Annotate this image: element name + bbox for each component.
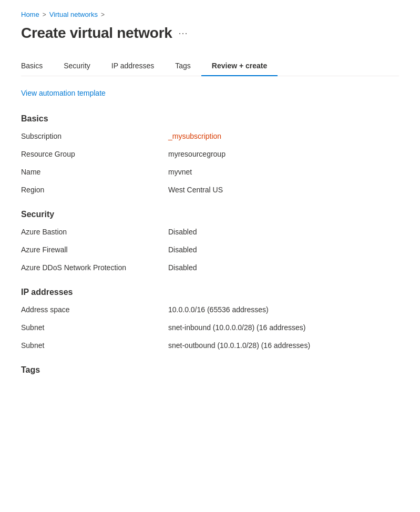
tab-ip-addresses[interactable]: IP addresses (101, 56, 165, 76)
tags-section-title: Tags (21, 365, 399, 375)
section-ip-addresses: IP addresses Address space 10.0.0.0/16 (… (21, 288, 399, 353)
section-tags: Tags (21, 365, 399, 375)
azure-bastion-value: Disabled (168, 228, 399, 236)
breadcrumb-separator-1: > (43, 11, 46, 18)
azure-ddos-value: Disabled (168, 263, 399, 272)
resource-group-label: Resource Group (21, 150, 168, 158)
azure-firewall-label: Azure Firewall (21, 245, 168, 254)
field-resource-group: Resource Group myresourcegroup (21, 150, 399, 161)
page-title: Create virtual network (21, 25, 172, 42)
field-address-space: Address space 10.0.0.0/16 (65536 address… (21, 305, 399, 317)
region-value: West Central US (168, 186, 399, 194)
more-options-button[interactable]: ··· (179, 28, 188, 39)
name-label: Name (21, 168, 168, 176)
tab-tags[interactable]: Tags (165, 56, 201, 76)
field-subnet-inbound: Subnet snet-inbound (10.0.0.0/28) (16 ad… (21, 323, 399, 335)
breadcrumb: Home > Virtual networks > (21, 11, 399, 18)
subnet-inbound-value: snet-inbound (10.0.0.0/28) (16 addresses… (168, 323, 399, 332)
field-azure-ddos: Azure DDoS Network Protection Disabled (21, 263, 399, 275)
view-automation-template-link[interactable]: View automation template (21, 89, 106, 97)
address-space-value: 10.0.0.0/16 (65536 addresses) (168, 305, 399, 314)
subnet-inbound-label: Subnet (21, 323, 168, 332)
tabs-container: Basics Security IP addresses Tags Review… (21, 56, 399, 76)
breadcrumb-separator-2: > (101, 11, 105, 18)
tab-basics[interactable]: Basics (21, 56, 53, 76)
tab-review-create[interactable]: Review + create (201, 56, 278, 76)
resource-group-value: myresourcegroup (168, 150, 399, 158)
field-subscription: Subscription _mysubscription (21, 132, 399, 144)
subnet-outbound-value: snet-outbound (10.0.1.0/28) (16 addresse… (168, 341, 399, 350)
region-label: Region (21, 186, 168, 194)
page-title-row: Create virtual network ··· (21, 25, 399, 42)
subscription-label: Subscription (21, 132, 168, 140)
page-container: Home > Virtual networks > Create virtual… (0, 0, 420, 408)
field-name: Name myvnet (21, 168, 399, 179)
address-space-label: Address space (21, 305, 168, 314)
name-value: myvnet (168, 168, 399, 176)
section-security: Security Azure Bastion Disabled Azure Fi… (21, 210, 399, 275)
breadcrumb-virtual-networks[interactable]: Virtual networks (49, 11, 98, 18)
subnet-outbound-label: Subnet (21, 341, 168, 350)
azure-firewall-value: Disabled (168, 245, 399, 254)
breadcrumb-home[interactable]: Home (21, 11, 39, 18)
field-region: Region West Central US (21, 186, 399, 197)
azure-bastion-label: Azure Bastion (21, 228, 168, 236)
field-azure-firewall: Azure Firewall Disabled (21, 245, 399, 257)
tab-security[interactable]: Security (53, 56, 101, 76)
field-subnet-outbound: Subnet snet-outbound (10.0.1.0/28) (16 a… (21, 341, 399, 353)
azure-ddos-label: Azure DDoS Network Protection (21, 263, 168, 272)
basics-section-title: Basics (21, 114, 399, 124)
security-section-title: Security (21, 210, 399, 219)
section-basics: Basics Subscription _mysubscription Reso… (21, 114, 399, 197)
subscription-value: _mysubscription (168, 132, 399, 140)
field-azure-bastion: Azure Bastion Disabled (21, 228, 399, 239)
ip-addresses-section-title: IP addresses (21, 288, 399, 297)
